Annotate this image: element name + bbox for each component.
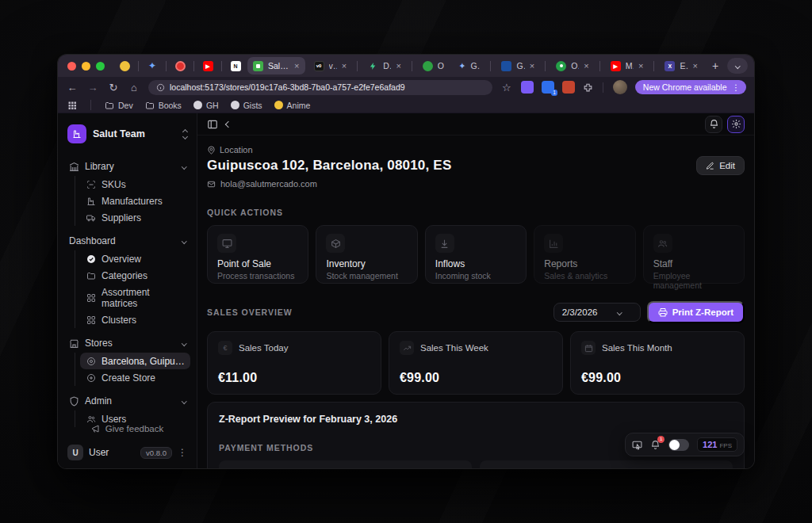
tab-label: Octo API xyxy=(571,61,579,71)
edit-button[interactable]: Edit xyxy=(696,156,745,175)
print-z-report-button[interactable]: Print Z-Report xyxy=(647,301,745,323)
extensions-puzzle-icon[interactable] xyxy=(583,82,593,93)
close-window-button[interactable] xyxy=(67,62,76,71)
tab-label: Salut ERP xyxy=(268,61,289,71)
site-info-icon[interactable] xyxy=(156,83,165,92)
sidebar-toggle-icon[interactable] xyxy=(207,119,218,130)
truck-icon xyxy=(86,213,96,223)
pinned-tab-youtube[interactable]: ▶ xyxy=(199,57,216,74)
quick-action-inflows[interactable]: Inflows Incoming stock xyxy=(425,225,527,284)
extension-icon-red[interactable] xyxy=(562,81,575,94)
address-bar[interactable]: localhost:5173/stores/019c17a6-3bd8-7ba0… xyxy=(148,80,492,95)
quick-action-reports[interactable]: Reports Sales & analytics xyxy=(534,225,635,284)
tab-v0[interactable]: v0 v0 by Verc × xyxy=(308,57,353,74)
sidebar-item-overview[interactable]: Overview xyxy=(80,250,190,267)
close-tab-icon[interactable]: × xyxy=(294,61,299,71)
youtube-icon: ▶ xyxy=(203,61,213,71)
forward-button[interactable]: → xyxy=(86,82,99,93)
stat-value: €11.00 xyxy=(218,371,370,385)
tab-default-project[interactable]: Default Pr × xyxy=(362,57,407,74)
bell-icon xyxy=(709,119,719,129)
sidebar-item-skus[interactable]: SKUs xyxy=(80,176,190,193)
pinned-tab-notion[interactable]: N xyxy=(227,57,244,74)
tab-mohnish[interactable]: ▶ Mohnish P × xyxy=(605,57,649,74)
sidebar-section-admin[interactable]: Admin xyxy=(64,392,190,410)
dev-toggle-switch[interactable] xyxy=(668,439,689,451)
reload-button[interactable]: ↻ xyxy=(107,82,120,93)
tab-excalidraw[interactable]: X Excalidraw × xyxy=(659,57,703,74)
back-chevron-icon[interactable] xyxy=(225,120,232,127)
home-button[interactable]: ⌂ xyxy=(128,82,140,93)
bookmark-gists[interactable]: Gists xyxy=(231,101,262,110)
kebab-menu-icon[interactable]: ⋮ xyxy=(732,82,741,92)
tab-gs1-database[interactable]: GS1 Datab × xyxy=(496,57,540,74)
settings-button[interactable] xyxy=(727,116,745,133)
version-badge: v0.8.0 xyxy=(140,447,172,459)
chevrons-up-down-icon xyxy=(183,130,187,139)
calendar-icon xyxy=(581,341,596,355)
anime-icon xyxy=(274,101,283,109)
tab-octo[interactable]: Octo xyxy=(417,57,450,74)
pinned-tab-duck[interactable] xyxy=(116,57,133,74)
bookmark-star-icon[interactable]: ☆ xyxy=(500,82,513,93)
bookmark-anime[interactable]: Anime xyxy=(274,101,311,110)
profile-avatar[interactable] xyxy=(613,80,627,94)
sidebar-item-store-barcelona[interactable]: Barcelona, Guipuscoa, 102 xyxy=(80,353,190,369)
browser-window: ✦ ▶ N Salut ERP × v0 v0 by Verc × Defaul… xyxy=(57,54,755,469)
kebab-menu-icon[interactable]: ⋮ xyxy=(178,447,187,458)
sidebar-item-clusters[interactable]: Clusters xyxy=(80,311,190,328)
pinned-tab-sparkle[interactable]: ✦ xyxy=(144,57,161,74)
sidebar-section-stores[interactable]: Stores xyxy=(64,334,190,352)
sidebar-section-dashboard[interactable]: Dashboard xyxy=(64,232,190,250)
stat-card-sales-month: Sales This Month €99.00 xyxy=(570,331,745,395)
sidebar-item-create-store[interactable]: Create Store xyxy=(80,369,190,386)
close-tab-icon[interactable]: × xyxy=(638,61,643,71)
close-tab-icon[interactable]: × xyxy=(342,61,347,71)
user-menu[interactable]: U User v0.8.0 ⋮ xyxy=(64,440,190,462)
pinned-tab-red[interactable] xyxy=(171,57,189,74)
sidebar-item-assortment-matrices[interactable]: Assortment matrices xyxy=(80,284,190,311)
trending-up-icon xyxy=(400,341,414,355)
sidebar-item-categories[interactable]: Categories xyxy=(80,267,190,284)
notifications-button[interactable] xyxy=(705,116,722,133)
chrome-update-button[interactable]: New Chrome available ⋮ xyxy=(635,80,746,94)
bookmark-folder-books[interactable]: Books xyxy=(145,101,182,110)
quick-action-point-of-sale[interactable]: Point of Sale Process transactions xyxy=(207,225,308,284)
tab-salut-erp[interactable]: Salut ERP × xyxy=(247,57,305,74)
notification-badge: 1 xyxy=(657,436,665,443)
quick-action-inventory[interactable]: Inventory Stock management xyxy=(316,225,417,284)
browser-toolbar: ← → ↻ ⌂ localhost:5173/stores/019c17a6-3… xyxy=(58,77,754,97)
sidebar-section-library[interactable]: Library xyxy=(64,158,190,175)
user-name: User xyxy=(89,447,135,458)
close-tab-icon[interactable]: × xyxy=(584,61,588,71)
sidebar-item-manufacturers[interactable]: Manufacturers xyxy=(80,193,190,209)
shield-icon xyxy=(69,396,79,407)
close-tab-icon[interactable]: × xyxy=(396,61,400,71)
close-tab-icon[interactable]: × xyxy=(530,61,534,71)
minimize-window-button[interactable] xyxy=(82,62,90,71)
inspect-panel-icon[interactable] xyxy=(632,440,642,450)
quick-action-staff[interactable]: Staff Employee management xyxy=(643,225,745,284)
extension-icon-blue[interactable]: 1 xyxy=(542,81,554,94)
notifications-bell-icon[interactable]: 1 xyxy=(650,440,661,450)
tab-search-button[interactable] xyxy=(727,58,748,74)
bookmark-folder-dev[interactable]: Dev xyxy=(105,101,133,110)
extension-icon-purple[interactable] xyxy=(521,81,534,94)
apps-grid-icon[interactable] xyxy=(67,101,77,110)
tab-octo-api[interactable]: Octo API × xyxy=(550,57,595,74)
close-tab-icon[interactable]: × xyxy=(693,61,698,71)
tab-google[interactable]: ✦ Goog xyxy=(453,57,485,74)
zoom-window-button[interactable] xyxy=(96,62,105,71)
back-button[interactable]: ← xyxy=(66,82,79,93)
team-switcher[interactable]: Salut Team xyxy=(64,121,190,147)
date-select[interactable]: 2/3/2026 xyxy=(553,303,641,322)
payment-method-cash: Cash €33.00 xyxy=(480,460,733,468)
tab-strip: ✦ ▶ N Salut ERP × v0 v0 by Verc × Defaul… xyxy=(58,55,754,77)
desktop-background: ✦ ▶ N Salut ERP × v0 v0 by Verc × Defaul… xyxy=(0,0,812,523)
give-feedback-button[interactable]: Give feedback xyxy=(64,418,190,440)
tab-label: Octo xyxy=(438,61,444,71)
sidebar-item-suppliers[interactable]: Suppliers xyxy=(80,209,190,226)
map-pin-icon xyxy=(207,146,216,155)
new-tab-button[interactable]: + xyxy=(707,57,724,74)
bookmark-gh[interactable]: GH xyxy=(193,101,219,110)
